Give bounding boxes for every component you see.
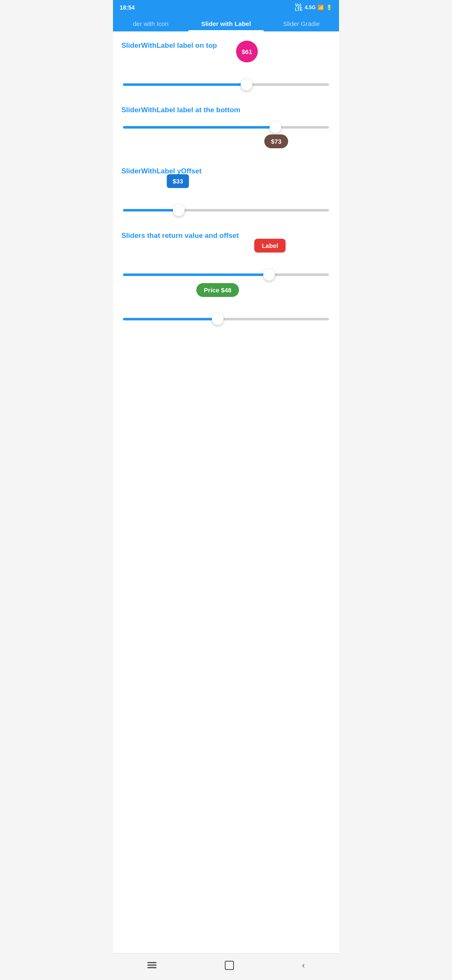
slider-wrapper-yoffset: $33 — [121, 184, 331, 218]
slider-bottom-label: $73 — [264, 134, 288, 148]
tab-slider-gradient[interactable]: Slider Gradie — [264, 14, 339, 31]
slider-bottom-thumb[interactable] — [270, 121, 281, 133]
section-yoffset: SliderWithLabel yOffset $33 — [121, 167, 331, 218]
slider-wrapper-label: Label — [121, 248, 331, 283]
tab-bar: der with Icon Slider with Label Slider G… — [113, 14, 339, 31]
slider-top-fill — [123, 83, 247, 86]
status-bar: 18:54 Vo) LTE 4.5G 📶 🔋 — [113, 0, 339, 14]
status-time: 18:54 — [120, 4, 135, 11]
slider-yoffset-fill — [123, 209, 179, 211]
slider-price-bubble: Price $48 — [196, 283, 239, 297]
section-title-top: SliderWithLabel label on top — [121, 41, 331, 50]
section-title-bottom: SliderWithLabel label at the bottom — [121, 106, 331, 114]
slider-wrapper-bottom: $73 — [121, 123, 331, 154]
slider-label-track[interactable] — [123, 273, 329, 276]
slider-wrapper-top: $61 — [121, 58, 331, 93]
section-title-return: Sliders that return value and offset — [121, 232, 331, 240]
tab-slider-icon[interactable]: der with Icon — [113, 14, 188, 31]
nav-bar: ‹ — [113, 953, 339, 980]
slider-yoffset-thumb[interactable] — [173, 204, 185, 216]
slider-top-thumb[interactable] — [241, 79, 252, 90]
recent-apps-button[interactable] — [147, 962, 157, 968]
slider-price-thumb[interactable] — [212, 313, 223, 325]
section-title-yoffset: SliderWithLabel yOffset — [121, 167, 331, 175]
section-return-value: Sliders that return value and offset Lab… — [121, 232, 331, 327]
network-label: 4.5G — [305, 5, 316, 10]
section-label-bottom: SliderWithLabel label at the bottom $73 — [121, 106, 331, 154]
slider-price-fill — [123, 318, 218, 320]
slider-top-label: $61 — [236, 41, 258, 62]
main-content: SliderWithLabel label on top $61 SliderW… — [113, 31, 339, 953]
slider-label-fill — [123, 273, 269, 276]
signal-icon: 📶 — [318, 5, 324, 10]
slider-label-bubble: Label — [254, 239, 285, 253]
back-button[interactable]: ‹ — [302, 960, 305, 970]
slider-wrapper-price: Price $48 — [121, 293, 331, 327]
slider-price-track[interactable] — [123, 318, 329, 320]
slider-bottom-track[interactable] — [123, 126, 329, 129]
slider-yoffset-track[interactable] — [123, 209, 329, 211]
slider-top-track[interactable] — [123, 83, 329, 86]
slider-yoffset-label: $33 — [167, 174, 189, 188]
slider-label-thumb[interactable] — [263, 269, 275, 281]
battery-icon: 🔋 — [326, 5, 332, 10]
status-bar-right: Vo) LTE 4.5G 📶 🔋 — [295, 3, 332, 12]
section-label-top: SliderWithLabel label on top $61 — [121, 41, 331, 93]
home-button[interactable] — [225, 961, 234, 970]
slider-bottom-fill — [123, 126, 275, 129]
carrier-label: Vo) LTE — [295, 3, 303, 12]
tab-slider-label[interactable]: Slider with Label — [188, 14, 264, 31]
